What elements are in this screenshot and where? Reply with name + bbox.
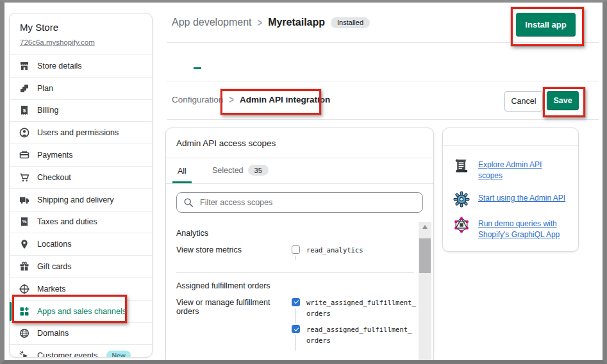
svg-text:$: $ <box>23 108 26 113</box>
scope-id-label: read_assigned_fulfillment_orders <box>306 324 418 346</box>
sidebar-item-label: Plan <box>37 84 53 93</box>
scope-section: Analytics View store metrics read_analyt… <box>176 220 414 273</box>
settings-nav: Store details Plan $ Billing Users and p… <box>10 54 152 358</box>
storefront-icon <box>19 61 29 71</box>
admin-api-access-scopes-card: Admin API access scopes All Selected 35 … <box>165 128 434 364</box>
sidebar-item[interactable]: Markets <box>10 277 152 300</box>
scope-section: Assigned fulfillment orders View or mana… <box>176 273 414 363</box>
install-app-button[interactable]: Install app <box>516 13 576 37</box>
payments-icon <box>19 150 29 160</box>
tabs-divider <box>167 81 599 81</box>
app-tabs <box>172 62 245 69</box>
checkout-icon <box>19 172 29 183</box>
info-link-label: Explore Admin API scopes <box>478 158 568 182</box>
domains-icon <box>19 328 29 338</box>
sidebar-item[interactable]: Plan <box>10 77 152 99</box>
gift-cards-icon <box>19 261 29 272</box>
sidebar-item-label: Users and permissions <box>37 128 119 137</box>
scrollbar[interactable] <box>419 222 431 364</box>
installed-badge: Installed <box>331 17 370 28</box>
scope-section-description: View store metrics <box>176 245 292 261</box>
info-link-row[interactable]: Explore Admin API scopes <box>453 158 568 182</box>
scope-id-label: write_assigned_fulfillment_orders <box>306 297 418 319</box>
breadcrumb-app-development[interactable]: App development <box>172 17 252 28</box>
scope-section-name: Analytics <box>176 229 414 238</box>
store-header: My Store 726c6a.myshopify.com <box>10 13 152 54</box>
sidebar-item-label: Gift cards <box>37 262 72 271</box>
scope-checkbox[interactable] <box>292 325 300 333</box>
scope-row: write_assigned_fulfillment_orders <box>292 297 418 319</box>
selected-count-badge: 35 <box>248 165 269 176</box>
info-links: Explore Admin API scopes Start using the… <box>443 146 578 251</box>
filter-scopes-searchbar <box>176 192 423 213</box>
scope-section-description: View or manage fulfillment orders <box>176 297 292 352</box>
chevron-right-icon: > <box>229 94 234 106</box>
sidebar-item[interactable]: Shipping and delivery <box>10 188 152 211</box>
sidebar-item[interactable]: Customer events New <box>10 344 152 358</box>
config-breadcrumb: Configuration > Admin API integration <box>172 95 330 104</box>
sidebar-item[interactable]: Apps and sales channels <box>10 300 152 322</box>
sidebar-item[interactable]: Users and permissions <box>10 121 152 144</box>
scope-filter-tabs: All Selected 35 <box>166 158 433 184</box>
graphql-icon <box>453 217 470 233</box>
svg-text:%: % <box>22 219 27 225</box>
cancel-button[interactable]: Cancel <box>504 91 543 112</box>
locations-icon <box>19 239 29 249</box>
tab[interactable] <box>194 62 201 69</box>
scroll-icon <box>453 158 470 174</box>
chevron-right-icon: > <box>258 17 263 29</box>
apps-icon <box>19 306 29 317</box>
sidebar-item[interactable]: Checkout <box>10 166 152 188</box>
sidebar-item[interactable]: Locations <box>10 233 152 255</box>
scopes-list: Analytics View store metrics read_analyt… <box>166 220 433 363</box>
tab-selected[interactable]: Selected 35 <box>211 165 270 183</box>
header-divider <box>167 42 599 43</box>
sidebar-item[interactable]: Gift cards <box>10 255 152 277</box>
tab[interactable] <box>220 62 223 69</box>
tab[interactable] <box>242 62 245 69</box>
breadcrumb: App development > Myretailapp Installed <box>172 17 370 28</box>
plan-icon <box>19 83 29 94</box>
new-badge: New <box>106 351 130 358</box>
card-title: Admin API access scopes <box>166 128 433 158</box>
taxes-icon: % <box>19 217 29 227</box>
breadcrumb-admin-api-integration: Admin API integration <box>240 95 330 104</box>
info-paragraph <box>443 128 578 146</box>
scope-checkbox[interactable] <box>292 245 300 254</box>
sidebar-item[interactable]: Payments <box>10 144 152 166</box>
info-link-row[interactable]: Run demo queries with Shopify's GraphiQL… <box>453 217 568 241</box>
sidebar-item-label: Apps and sales channels <box>37 307 126 316</box>
gear-icon <box>453 191 470 208</box>
shipping-icon <box>19 195 29 205</box>
sidebar-item[interactable]: $ Billing <box>10 99 152 122</box>
sidebar-item-label: Store details <box>37 62 81 70</box>
scroll-up-icon[interactable] <box>419 222 431 232</box>
scope-checkbox[interactable] <box>292 298 300 306</box>
sidebar-item[interactable]: % Taxes and duties <box>10 211 152 233</box>
page-title: Myretailapp <box>268 17 325 28</box>
info-link-row[interactable]: Start using the Admin API <box>453 191 568 208</box>
search-icon <box>183 197 194 208</box>
tab[interactable] <box>172 62 174 69</box>
sidebar-item[interactable]: Domains <box>10 322 152 345</box>
sidebar-item-label: Customer events <box>37 351 97 358</box>
info-link-label: Run demo queries with Shopify's GraphiQL… <box>478 217 568 241</box>
sidebar-item-label: Domains <box>37 329 69 338</box>
info-link-label: Start using the Admin API <box>478 191 565 204</box>
save-button[interactable]: Save <box>547 91 579 110</box>
sidebar-item[interactable]: Store details <box>10 54 152 77</box>
tab-all[interactable]: All <box>172 167 192 183</box>
sidebar-item-label: Shipping and delivery <box>37 195 114 204</box>
sidebar-item-label: Markets <box>37 285 65 294</box>
users-icon <box>19 128 29 138</box>
breadcrumb-configuration[interactable]: Configuration <box>172 95 223 104</box>
filter-scopes-input[interactable] <box>199 197 416 208</box>
store-domain-link[interactable]: 726c6a.myshopify.com <box>20 38 95 46</box>
scrollbar-thumb[interactable] <box>419 238 431 273</box>
billing-icon: $ <box>19 105 29 115</box>
scope-id-label: read_analytics <box>306 245 418 256</box>
store-name: My Store <box>20 22 142 33</box>
tab-selected-label: Selected <box>212 166 244 175</box>
sidebar-item-label: Billing <box>37 106 58 115</box>
sidebar-item-label: Locations <box>37 240 72 249</box>
